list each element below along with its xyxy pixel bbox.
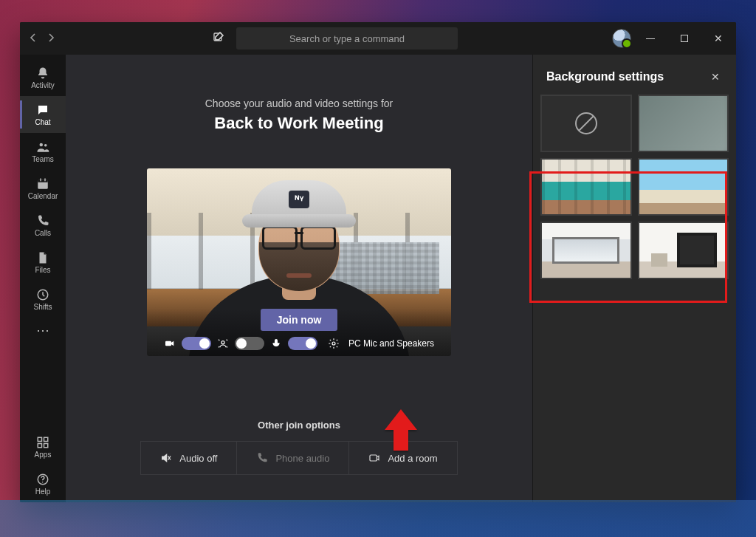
search-placeholder: Search or type a command [289,33,405,44]
chevron-left-icon [29,33,38,42]
device-label[interactable]: PC Mic and Speakers [348,338,434,349]
shifts-icon [36,288,49,301]
forward-button[interactable] [44,33,58,44]
rail-more-button[interactable]: ⋯ [36,318,49,343]
window-close-button[interactable]: ✕ [704,27,733,49]
rail-item-help[interactable]: Help [20,465,66,502]
history-nav [26,33,58,44]
rail-label: Activity [31,81,55,89]
svg-rect-9 [44,437,48,441]
meeting-title: Back to Work Meeting [214,114,383,133]
chevron-right-icon [47,33,55,42]
people-icon [36,140,49,154]
chat-icon [36,103,49,117]
bell-icon [36,66,49,80]
add-room-icon [368,452,380,464]
command-search-input[interactable]: Search or type a command [236,27,458,49]
rail-item-teams[interactable]: Teams [20,133,66,170]
rail-item-chat[interactable]: Chat [20,96,66,133]
back-button[interactable] [26,33,41,44]
close-icon: ✕ [711,71,720,83]
app-body: Activity Chat Teams Calendar [20,55,736,502]
svg-rect-18 [370,455,377,461]
rail-item-files[interactable]: Files [20,244,66,281]
option-label: Phone audio [275,453,329,464]
background-effects-icon [217,338,229,349]
rail-item-shifts[interactable]: Shifts [20,281,66,318]
titlebar-right: ✕ [612,27,733,49]
user-avatar[interactable] [612,29,631,48]
rail-item-activity[interactable]: Activity [20,59,66,96]
device-controls: PC Mic and Speakers [164,337,434,350]
option-add-room[interactable]: Add a room [348,442,456,474]
option-label: Audio off [179,453,217,464]
calendar-icon [36,177,49,191]
option-label: Add a room [388,453,437,464]
rail-label: Files [35,266,50,274]
option-audio-off[interactable]: Audio off [141,442,236,474]
help-icon [36,473,49,486]
file-icon [36,251,49,264]
rail-label: Calendar [28,192,58,200]
none-icon [574,111,599,136]
rail-item-calls[interactable]: Calls [20,207,66,244]
rail-label: Calls [35,229,51,237]
apps-icon [36,436,49,449]
window-maximize-button[interactable] [670,27,699,49]
background-option-image-1[interactable] [540,158,632,216]
gear-icon[interactable] [328,338,340,349]
svg-rect-5 [40,178,41,181]
background-option-none[interactable] [540,95,632,152]
svg-point-13 [42,482,44,483]
background-option-image-4[interactable] [638,222,729,279]
svg-rect-14 [165,341,171,346]
background-option-image-3[interactable] [540,222,632,279]
svg-rect-11 [44,443,48,447]
speaker-off-icon [160,452,172,464]
svg-point-1 [40,143,44,146]
rail-label: Shifts [33,303,52,311]
video-overlay: Join now [147,309,451,356]
titlebar: Search or type a command ✕ [20,22,736,55]
other-options: Audio off Phone audio Add a room [140,441,457,475]
phone-icon [36,214,49,228]
rail-label: Apps [35,451,52,459]
rail-label: Chat [35,118,50,126]
other-options-header: Other join options [258,420,340,431]
svg-point-17 [332,342,335,345]
rail-label: Help [35,488,51,496]
close-icon: ✕ [714,33,723,44]
join-now-button[interactable]: Join now [261,309,338,331]
window-minimize-button[interactable] [636,27,665,49]
teams-app-window: Search or type a command ✕ Activity Chat [20,22,736,502]
panel-title: Background settings [546,70,664,83]
svg-point-2 [44,143,47,146]
app-rail: Activity Chat Teams Calendar [20,55,66,502]
camera-toggle[interactable] [182,337,211,350]
compose-icon [213,31,224,43]
rail-item-calendar[interactable]: Calendar [20,170,66,207]
microphone-toggle[interactable] [288,337,317,350]
rail-item-apps[interactable]: Apps [20,428,66,465]
new-chat-button[interactable] [207,28,230,49]
svg-rect-6 [44,178,46,181]
minimize-icon [646,38,655,39]
phone-audio-icon [256,452,268,464]
background-options-grid [533,95,736,279]
microphone-icon [270,338,282,349]
maximize-icon [681,35,688,42]
svg-rect-4 [38,179,48,182]
background-option-blur[interactable] [638,95,729,152]
video-preview: ᴺᵞ Join now [147,168,451,356]
prejoin-subtitle: Choose your audio and video settings for [205,98,394,109]
svg-rect-8 [38,437,41,441]
background-settings-panel: Background settings ✕ [532,55,736,502]
panel-close-button[interactable]: ✕ [708,68,723,86]
ellipsis-icon: ⋯ [36,322,49,338]
svg-line-20 [579,116,594,131]
option-phone-audio: Phone audio [236,442,348,474]
camera-icon [164,338,176,349]
prejoin-panel: Choose your audio and video settings for… [66,55,532,502]
background-effects-toggle[interactable] [235,337,264,350]
background-option-image-2[interactable] [638,158,729,216]
